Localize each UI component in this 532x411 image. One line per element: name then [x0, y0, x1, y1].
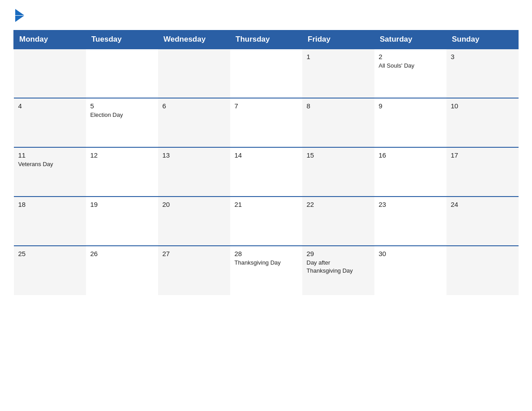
weekday-header-monday: Monday: [14, 30, 86, 49]
day-number: 3: [451, 53, 514, 60]
calendar-week-4: 18192021222324: [14, 197, 519, 246]
calendar-cell: 16: [374, 147, 446, 197]
logo-icon: [13, 9, 24, 22]
day-number: 16: [379, 151, 442, 159]
day-number: 7: [235, 102, 298, 110]
logo: [13, 9, 24, 22]
calendar-cell: 17: [446, 147, 519, 197]
weekday-header-saturday: Saturday: [374, 30, 446, 49]
day-number: 8: [307, 102, 370, 110]
calendar-week-3: 11Veterans Day121314151617: [14, 147, 519, 197]
calendar-week-2: 45Election Day678910: [14, 98, 519, 147]
calendar-cell: 3: [446, 49, 519, 98]
day-number: 26: [90, 250, 154, 257]
day-number: 5: [90, 102, 154, 110]
day-number: 21: [235, 201, 298, 208]
day-number: 2: [379, 53, 442, 60]
day-number: 19: [90, 201, 154, 208]
calendar-body: 12All Souls' Day345Election Day67891011V…: [14, 49, 519, 295]
event-label: All Souls' Day: [379, 62, 442, 70]
day-number: 1: [307, 53, 370, 60]
calendar-table: MondayTuesdayWednesdayThursdayFridaySatu…: [13, 30, 519, 295]
calendar-cell: 1: [302, 49, 374, 98]
weekday-header-friday: Friday: [302, 30, 374, 49]
calendar-cell: 23: [374, 197, 446, 246]
calendar-cell: 4: [14, 98, 86, 147]
calendar-cell: 21: [230, 197, 302, 246]
weekday-header-sunday: Sunday: [446, 30, 519, 49]
day-number: 27: [163, 250, 226, 257]
event-label: Election Day: [90, 111, 154, 119]
calendar-cell: 5Election Day: [86, 98, 158, 147]
event-label: Veterans Day: [18, 160, 82, 168]
calendar-cell: [14, 49, 86, 98]
calendar-cell: [230, 49, 302, 98]
day-number: 11: [18, 151, 82, 159]
calendar-cell: 6: [158, 98, 230, 147]
day-number: 30: [379, 250, 442, 257]
day-number: 28: [235, 250, 298, 257]
calendar-cell: 19: [86, 197, 158, 246]
calendar-cell: 22: [302, 197, 374, 246]
day-number: 6: [163, 102, 226, 110]
calendar-cell: 2All Souls' Day: [374, 49, 446, 98]
calendar-cell: 30: [374, 246, 446, 295]
calendar-cell: 11Veterans Day: [14, 147, 86, 197]
calendar-cell: 14: [230, 147, 302, 197]
day-number: 29: [307, 250, 370, 257]
calendar-week-1: 12All Souls' Day3: [14, 49, 519, 98]
weekday-header-tuesday: Tuesday: [86, 30, 158, 49]
day-number: 9: [379, 102, 442, 110]
day-number: 15: [307, 151, 370, 159]
calendar-cell: 27: [158, 246, 230, 295]
weekday-header-thursday: Thursday: [230, 30, 302, 49]
calendar-cell: [446, 246, 519, 295]
calendar-week-5: 25262728Thanksgiving Day29Day after Than…: [14, 246, 519, 295]
day-number: 25: [18, 250, 82, 257]
day-number: 10: [451, 102, 514, 110]
calendar-cell: 28Thanksgiving Day: [230, 246, 302, 295]
weekday-header-wednesday: Wednesday: [158, 30, 230, 49]
day-number: 18: [18, 201, 82, 208]
day-number: 17: [451, 151, 514, 159]
calendar-cell: 12: [86, 147, 158, 197]
calendar-cell: 20: [158, 197, 230, 246]
calendar-cell: [158, 49, 230, 98]
event-label: Thanksgiving Day: [235, 259, 298, 267]
calendar-cell: 29Day after Thanksgiving Day: [302, 246, 374, 295]
event-label: Day after Thanksgiving Day: [307, 259, 370, 275]
calendar-cell: 26: [86, 246, 158, 295]
calendar-cell: 13: [158, 147, 230, 197]
day-number: 20: [163, 201, 226, 208]
day-number: 4: [18, 102, 82, 110]
calendar-cell: 25: [14, 246, 86, 295]
calendar-cell: 18: [14, 197, 86, 246]
calendar-cell: 15: [302, 147, 374, 197]
day-number: 23: [379, 201, 442, 208]
day-number: 14: [235, 151, 298, 159]
calendar-header: MondayTuesdayWednesdayThursdayFridaySatu…: [14, 30, 519, 49]
calendar-cell: 24: [446, 197, 519, 246]
day-number: 12: [90, 151, 154, 159]
calendar-cell: 9: [374, 98, 446, 147]
day-number: 13: [163, 151, 226, 159]
calendar-cell: 8: [302, 98, 374, 147]
calendar-cell: [86, 49, 158, 98]
calendar-cell: 10: [446, 98, 519, 147]
page-header: [13, 9, 519, 22]
day-number: 24: [451, 201, 514, 208]
calendar-cell: 7: [230, 98, 302, 147]
day-number: 22: [307, 201, 370, 208]
weekday-header-row: MondayTuesdayWednesdayThursdayFridaySatu…: [14, 30, 519, 49]
